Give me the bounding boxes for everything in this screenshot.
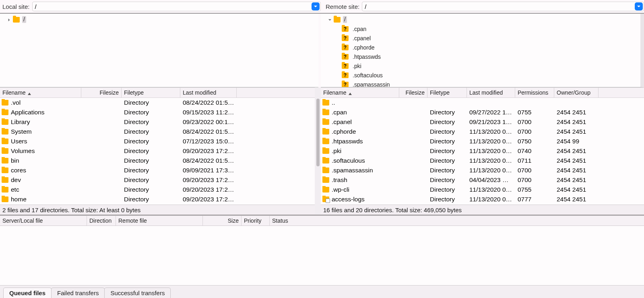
local-footer-text: 2 files and 17 directories. Total size: …: [2, 207, 140, 213]
queue-col-size[interactable]: Size: [203, 216, 242, 226]
remote-tree-scrollbar[interactable]: [640, 14, 644, 87]
remote-col-owner[interactable]: Owner/Group: [554, 88, 599, 97]
table-row[interactable]: access-logsDirectory11/13/2020 0…0777245…: [321, 195, 644, 204]
table-row[interactable]: .cpanDirectory09/27/2022 1…07552454 2451: [321, 108, 644, 117]
file-name: .trash: [332, 176, 347, 184]
chevron-right-icon[interactable]: [6, 17, 11, 23]
tab-failed-transfers[interactable]: Failed transfers: [51, 288, 105, 298]
file-name: Users: [11, 138, 27, 145]
local-file-rows[interactable]: .volDirectory08/24/2022 01:5…Application…: [0, 98, 321, 205]
file-owner: 2454 2451: [554, 196, 599, 203]
folder-icon: [2, 100, 8, 106]
file-type: Directory: [122, 99, 180, 106]
table-row[interactable]: homeDirectory09/20/2023 17:2…: [0, 195, 321, 204]
tab-label: Queued files: [9, 290, 45, 296]
file-type: Directory: [122, 186, 180, 193]
local-path-dropdown-button[interactable]: [312, 2, 320, 10]
col-label: Direction: [89, 217, 111, 224]
table-row[interactable]: .wp-cliDirectory11/13/2020 0…07552454 24…: [321, 185, 644, 195]
queue-col-file[interactable]: Server/Local file: [0, 216, 87, 226]
remote-path-dropdown-button[interactable]: [635, 2, 643, 10]
file-type: Directory: [122, 157, 180, 164]
folder-icon: [322, 139, 329, 144]
table-row[interactable]: .cpanelDirectory09/21/2023 1…07002454 24…: [321, 117, 644, 127]
table-row[interactable]: .htpasswdsDirectory11/13/2020 0…07502454…: [321, 137, 644, 146]
table-row[interactable]: ..: [321, 98, 644, 108]
file-type: Directory: [427, 196, 467, 203]
file-type: Directory: [122, 167, 180, 174]
table-row[interactable]: ApplicationsDirectory09/15/2023 11:2…: [0, 108, 321, 117]
col-label: Filetype: [430, 89, 450, 96]
local-col-modified[interactable]: Last modified: [180, 88, 237, 97]
table-row[interactable]: .trashDirectory04/04/2023 …07002454 2451: [321, 175, 644, 185]
tree-item-label: .spamassassin: [353, 81, 390, 88]
remote-file-rows[interactable]: ...cpanDirectory09/27/2022 1…07552454 24…: [321, 98, 644, 205]
queue-col-status[interactable]: Status: [270, 216, 644, 226]
remote-col-permissions[interactable]: Permissions: [515, 88, 554, 97]
folder-icon: [322, 148, 329, 154]
file-modified: 09/20/2023 17:2…: [180, 147, 237, 155]
remote-col-filetype[interactable]: Filetype: [427, 88, 467, 97]
remote-tree-item[interactable]: .pki: [325, 61, 638, 70]
remote-path-combo[interactable]: /: [362, 2, 644, 11]
file-name: ..: [332, 99, 335, 106]
folder-icon: [322, 119, 329, 125]
sort-ascending-icon: [27, 91, 31, 95]
local-tree-pane[interactable]: /: [0, 14, 318, 87]
remote-footer: 16 files and 20 directories. Total size:…: [321, 205, 644, 215]
file-modified: 11/13/2020 0…: [467, 147, 515, 155]
table-row[interactable]: .cphordeDirectory11/13/2020 0…07002454 2…: [321, 127, 644, 137]
remote-tree-pane[interactable]: /.cpan.cpanel.cphorde.htpasswds.pki.soft…: [321, 14, 644, 87]
tree-item-label: .softaculous: [353, 72, 383, 79]
col-spacer: [599, 88, 644, 97]
remote-footer-text: 16 files and 20 directories. Total size:…: [323, 207, 462, 213]
remote-tree-item[interactable]: .softaculous: [325, 70, 638, 80]
local-col-filesize[interactable]: Filesize: [81, 88, 122, 97]
remote-col-filesize[interactable]: Filesize: [399, 88, 427, 97]
remote-tree-item[interactable]: .cphorde: [325, 43, 638, 52]
tab-successful-transfers[interactable]: Successful transfers: [104, 288, 171, 298]
local-tree-root[interactable]: /: [4, 15, 316, 24]
table-row[interactable]: devDirectory09/20/2023 17:2…: [0, 175, 321, 185]
chevron-down-icon[interactable]: [327, 17, 332, 23]
local-col-filename[interactable]: Filename: [0, 88, 81, 97]
tab-queued-files[interactable]: Queued files: [3, 288, 52, 298]
file-type: Directory: [122, 109, 180, 116]
local-list-scrollbar[interactable]: [315, 87, 321, 215]
remote-tree-item[interactable]: .cpanel: [325, 33, 638, 43]
tree-item-label: .cpan: [353, 26, 366, 32]
table-row[interactable]: binDirectory08/24/2022 01:5…: [0, 156, 321, 166]
remote-tree-item[interactable]: .htpasswds: [325, 52, 638, 61]
file-name: Applications: [11, 109, 45, 116]
table-row[interactable]: coresDirectory09/09/2021 17:3…: [0, 166, 321, 175]
remote-tree-root[interactable]: /: [325, 15, 638, 24]
queue-col-direction[interactable]: Direction: [87, 216, 116, 226]
local-path-bar: Local site: /: [0, 0, 321, 13]
table-row[interactable]: VolumesDirectory09/20/2023 17:2…: [0, 146, 321, 156]
local-col-filetype[interactable]: Filetype: [122, 88, 180, 97]
file-modified: 11/13/2020 0…: [467, 167, 515, 174]
local-path-combo[interactable]: /: [32, 2, 321, 11]
col-label: Last modified: [469, 89, 503, 96]
table-row[interactable]: SystemDirectory08/24/2022 01:5…: [0, 127, 321, 137]
folder-shortcut-icon: [322, 197, 329, 202]
table-row[interactable]: .softaculousDirectory11/13/2020 0…071124…: [321, 156, 644, 166]
folder-unknown-icon: [342, 35, 349, 41]
table-row[interactable]: .volDirectory08/24/2022 01:5…: [0, 98, 321, 108]
queue-col-priority[interactable]: Priority: [242, 216, 270, 226]
queue-col-remote[interactable]: Remote file: [116, 216, 203, 226]
folder-icon: [322, 158, 329, 163]
queue-body[interactable]: [0, 226, 644, 285]
table-row[interactable]: UsersDirectory07/12/2023 15:0…: [0, 137, 321, 146]
local-tree-root-label: /: [22, 16, 26, 23]
table-row[interactable]: etcDirectory09/20/2023 17:2…: [0, 185, 321, 195]
remote-col-modified[interactable]: Last modified: [467, 88, 515, 97]
folder-unknown-icon: [342, 82, 349, 87]
remote-tree-item[interactable]: .spamassassin: [325, 80, 638, 87]
table-row[interactable]: .spamassassinDirectory11/13/2020 0…07002…: [321, 166, 644, 175]
local-path-value: /: [35, 3, 312, 10]
table-row[interactable]: .pkiDirectory11/13/2020 0…07402454 2451: [321, 146, 644, 156]
remote-tree-item[interactable]: .cpan: [325, 24, 638, 33]
remote-col-filename[interactable]: Filename: [321, 88, 399, 97]
table-row[interactable]: LibraryDirectory09/23/2022 00:1…: [0, 117, 321, 127]
